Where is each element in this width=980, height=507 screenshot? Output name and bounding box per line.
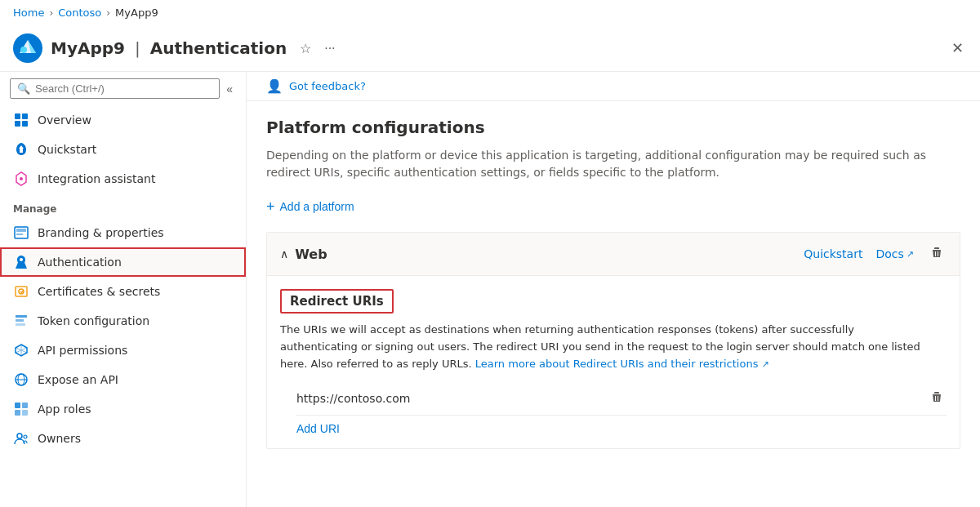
uri-row: https://contoso.com <box>296 382 947 416</box>
svg-point-24 <box>17 434 22 438</box>
redirect-description: The URIs we will accept as destinations … <box>280 322 933 372</box>
sidebar-item-owners-label: Owners <box>38 432 81 445</box>
web-quickstart-link[interactable]: Quickstart <box>804 247 862 260</box>
content-body: Platform configurations Depending on the… <box>247 101 980 465</box>
breadcrumb-contoso[interactable]: Contoso <box>58 7 101 19</box>
svg-rect-4 <box>15 121 20 127</box>
svg-rect-21 <box>22 402 28 408</box>
breadcrumb-home[interactable]: Home <box>13 7 44 19</box>
sidebar-item-expose-api-label: Expose an API <box>38 373 118 386</box>
sidebar-item-overview-label: Overview <box>38 113 91 127</box>
add-platform-button[interactable]: + Add a platform <box>266 194 354 219</box>
sidebar-item-quickstart-label: Quickstart <box>38 143 96 156</box>
sidebar-item-owners[interactable]: Owners <box>0 424 246 453</box>
external-link-icon: ↗ <box>906 249 914 260</box>
overview-icon <box>13 112 29 128</box>
sidebar-item-api-permissions-label: API permissions <box>38 344 127 357</box>
platform-description: Depending on the platform or device this… <box>266 147 936 181</box>
svg-rect-6 <box>20 149 23 153</box>
integration-icon <box>13 171 29 187</box>
web-section-title: Web <box>295 247 804 262</box>
certificates-icon <box>13 283 29 300</box>
sidebar-item-app-roles-label: App roles <box>38 402 91 416</box>
expose-api-icon <box>13 371 29 388</box>
sidebar-item-token[interactable]: Token configuration <box>0 306 246 336</box>
sidebar-item-quickstart[interactable]: Quickstart <box>0 135 246 164</box>
add-uri-button[interactable]: Add URI <box>280 416 340 435</box>
sidebar-item-api-permissions[interactable]: API permissions <box>0 336 246 365</box>
sidebar-item-authentication[interactable]: Authentication <box>0 247 246 277</box>
feedback-icon: 👤 <box>266 78 283 94</box>
external-link-2-icon: ↗ <box>762 359 769 370</box>
sidebar-item-certificates-label: Certificates & secrets <box>38 285 160 298</box>
content-area: 👤 Got feedback? Platform configurations … <box>247 72 980 507</box>
svg-rect-14 <box>16 315 27 318</box>
svg-rect-5 <box>22 121 28 127</box>
title-separator: | <box>135 38 140 58</box>
svg-rect-9 <box>16 229 26 232</box>
svg-point-25 <box>24 435 27 438</box>
api-permissions-icon <box>13 342 29 358</box>
svg-rect-23 <box>22 410 28 416</box>
owners-icon <box>13 430 29 447</box>
web-section-header: ∧ Web Quickstart Docs ↗ <box>267 233 960 276</box>
sidebar-item-authentication-label: Authentication <box>38 256 122 269</box>
search-input[interactable] <box>35 82 212 95</box>
branding-icon <box>13 225 29 241</box>
more-options-button[interactable]: ··· <box>321 38 338 59</box>
search-icon: 🔍 <box>17 82 30 95</box>
sidebar-item-token-label: Token configuration <box>38 314 149 327</box>
svg-rect-3 <box>22 113 28 119</box>
breadcrumb-sep-2: › <box>106 7 110 19</box>
web-docs-link[interactable]: Docs ↗ <box>875 247 914 260</box>
breadcrumb-sep-1: › <box>49 7 53 19</box>
header-actions: ☆ ··· <box>296 38 338 60</box>
svg-rect-10 <box>16 233 23 235</box>
sidebar-item-integration[interactable]: Integration assistant <box>0 164 246 193</box>
add-platform-plus-icon: + <box>266 199 275 214</box>
quickstart-icon <box>13 141 29 158</box>
breadcrumb: Home › Contoso › MyApp9 <box>0 0 980 25</box>
web-section-actions: Quickstart Docs ↗ <box>804 242 947 265</box>
search-container: 🔍 « <box>0 72 246 105</box>
add-uri-label: Add URI <box>296 422 340 435</box>
svg-rect-16 <box>16 323 25 326</box>
platform-configurations-title: Platform configurations <box>266 118 960 137</box>
sidebar-item-certificates[interactable]: Certificates & secrets <box>0 277 246 306</box>
sidebar-item-branding[interactable]: Branding & properties <box>0 218 246 247</box>
breadcrumb-current: MyApp9 <box>115 7 158 19</box>
uri-value: https://contoso.com <box>296 392 927 405</box>
search-box: 🔍 <box>10 78 220 99</box>
web-delete-button[interactable] <box>927 242 947 265</box>
add-platform-label: Add a platform <box>280 200 354 213</box>
collapse-button[interactable]: « <box>223 79 236 99</box>
sidebar-item-branding-label: Branding & properties <box>38 226 164 239</box>
pin-button[interactable]: ☆ <box>296 38 314 60</box>
sidebar-item-overview[interactable]: Overview <box>0 105 246 135</box>
manage-section-label: Manage <box>0 193 246 218</box>
token-icon <box>13 313 29 329</box>
web-section: ∧ Web Quickstart Docs ↗ <box>266 232 960 449</box>
svg-point-11 <box>20 258 23 261</box>
svg-rect-15 <box>16 319 24 322</box>
close-button[interactable]: ✕ <box>948 36 967 60</box>
uri-delete-button[interactable] <box>927 387 947 410</box>
web-toggle-icon[interactable]: ∧ <box>280 247 288 260</box>
svg-rect-2 <box>15 113 20 119</box>
svg-point-7 <box>20 177 23 180</box>
authentication-icon <box>13 254 29 270</box>
svg-rect-22 <box>15 410 20 416</box>
page-header: MyApp9 | Authentication ☆ ··· ✕ <box>0 25 980 72</box>
sidebar-item-integration-label: Integration assistant <box>38 172 155 185</box>
sidebar-item-expose-api[interactable]: Expose an API <box>0 365 246 394</box>
redirect-uris-title: Redirect URIs <box>280 289 394 314</box>
feedback-bar: 👤 Got feedback? <box>247 72 980 101</box>
feedback-link[interactable]: Got feedback? <box>289 80 366 92</box>
learn-more-link[interactable]: Learn more about Redirect URIs and their… <box>475 358 769 370</box>
app-roles-icon <box>13 401 29 417</box>
sidebar: 🔍 « Overview <box>0 72 247 507</box>
app-logo <box>13 33 42 63</box>
page-title: MyApp9 | Authentication <box>51 38 287 58</box>
sidebar-item-app-roles[interactable]: App roles <box>0 394 246 424</box>
svg-point-1 <box>20 47 27 53</box>
